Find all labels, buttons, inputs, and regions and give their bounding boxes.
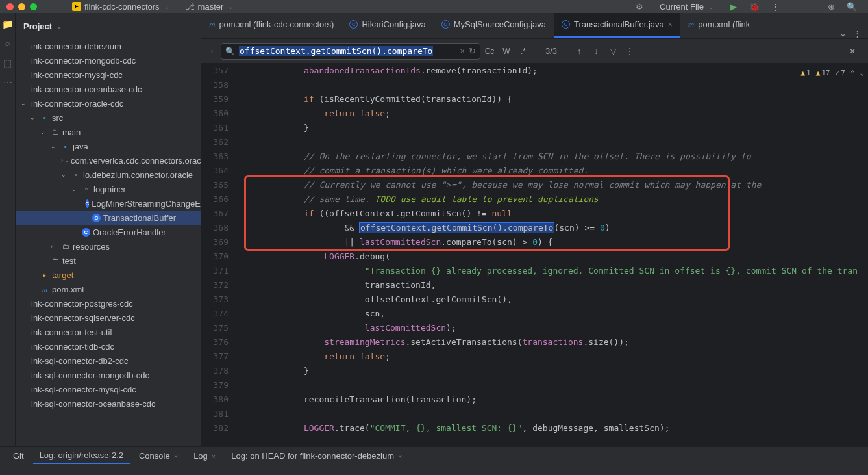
- tree-item[interactable]: ▸ target: [16, 268, 201, 282]
- close-icon[interactable]: ×: [174, 452, 178, 460]
- tree-item[interactable]: ink-connector-sqlserver-cdc: [16, 311, 201, 325]
- code-line[interactable]: LOGGER.trace("COMMIT, {}, smallest SCN: …: [243, 421, 868, 435]
- next-match-button[interactable]: ↓: [588, 44, 604, 59]
- tree-item[interactable]: ink-connector-debezium: [16, 39, 201, 53]
- code-line[interactable]: if ((offsetContext.getCommitScn() != nul…: [243, 207, 868, 221]
- history-icon[interactable]: ↻: [469, 46, 476, 56]
- tree-item[interactable]: ⌄ ink-connector-oracle-cdc: [16, 96, 201, 110]
- debug-icon[interactable]: 🐞: [749, 1, 760, 12]
- editor-tab[interactable]: CMySqlSourceConfig.java: [434, 13, 554, 38]
- code-line[interactable]: if (isRecentlyCommitted(transactionId)) …: [243, 92, 868, 107]
- code-line[interactable]: || lastCommittedScn.compareTo(scn) > 0) …: [243, 235, 868, 250]
- tab-more-icon[interactable]: ⋮: [853, 29, 862, 38]
- tab-list-icon[interactable]: ⌄: [839, 29, 847, 38]
- search-icon[interactable]: 🔍: [846, 1, 858, 12]
- git-branch-selector[interactable]: ⎇ master ⌄: [180, 1, 239, 13]
- find-close-button[interactable]: ✕: [845, 44, 860, 59]
- project-tool-icon[interactable]: 📁: [2, 18, 14, 30]
- match-case-button[interactable]: Cc: [482, 44, 497, 59]
- close-window-button[interactable]: [6, 3, 14, 10]
- tree-item[interactable]: ⌄▪ java: [16, 139, 201, 153]
- structure-tool-icon[interactable]: ⬚: [2, 57, 14, 69]
- tree-item[interactable]: C OracleErrorHandler: [16, 225, 201, 239]
- code-with-me-icon[interactable]: ⊕: [825, 1, 837, 12]
- tree-item[interactable]: C LogMinerStreamingChangeE: [16, 196, 201, 211]
- code-line[interactable]: LOGGER.debug(: [243, 250, 868, 264]
- project-panel-header[interactable]: Project ⌄: [16, 13, 201, 39]
- tree-item[interactable]: ⌄🗀 main: [16, 125, 201, 139]
- tree-item[interactable]: ink-connector-mongodb-cdc: [16, 53, 201, 68]
- whole-word-button[interactable]: W: [499, 44, 514, 59]
- close-icon[interactable]: ×: [398, 452, 402, 460]
- code-line[interactable]: abandonedTransactionIds.remove(transacti…: [243, 64, 868, 78]
- tree-item[interactable]: ink-connector-tidb-cdc: [16, 339, 201, 353]
- inspection-bar[interactable]: ▲1 ▲17 ✓7 ⌃ ⌄: [800, 66, 864, 81]
- code-line[interactable]: offsetContext.getCommitScn(),: [243, 292, 868, 307]
- tree-item[interactable]: ink-connector-test-util: [16, 325, 201, 339]
- code-line[interactable]: "Transaction {} already processed, ignor…: [243, 264, 868, 278]
- bottom-tab[interactable]: Console×: [132, 448, 184, 463]
- project-tree[interactable]: ink-connector-debezium ink-connector-mon…: [16, 39, 201, 446]
- close-icon[interactable]: ×: [212, 452, 216, 460]
- project-selector[interactable]: F flink-cdc-connectors ⌄: [67, 1, 175, 13]
- tree-item[interactable]: ink-sql-connector-oceanbase-cdc: [16, 396, 201, 411]
- tree-item[interactable]: ink-connector-postgres-cdc: [16, 296, 201, 311]
- editor-tab[interactable]: CHikariConfig.java: [341, 13, 433, 38]
- code-line[interactable]: return false;: [243, 107, 868, 121]
- tree-item[interactable]: 🗀 test: [16, 253, 201, 268]
- code-line[interactable]: [243, 407, 868, 421]
- find-expand-button[interactable]: ›: [204, 47, 219, 55]
- find-input[interactable]: offsetContext.getCommitScn().compareTo: [239, 46, 456, 56]
- minimize-window-button[interactable]: [18, 3, 25, 10]
- tree-item[interactable]: ⌄▫ io.debezium.connector.oracle: [16, 168, 201, 182]
- editor-tab[interactable]: mpom.xml (flink-cdc-connectors): [201, 13, 341, 38]
- code-line[interactable]: reconcileTransaction(transaction);: [243, 392, 868, 407]
- run-config-selector[interactable]: Current File ⌄: [654, 1, 719, 13]
- tree-item[interactable]: ›▫ com.ververica.cdc.connectors.orac: [16, 153, 201, 168]
- more-icon[interactable]: ⋮: [769, 1, 781, 12]
- commit-tool-icon[interactable]: ○: [2, 38, 14, 49]
- tree-item[interactable]: ⌄▪ src: [16, 110, 201, 125]
- inspect-down-icon[interactable]: ⌄: [860, 66, 864, 81]
- maximize-window-button[interactable]: [30, 3, 37, 10]
- code-line[interactable]: transactionId,: [243, 278, 868, 292]
- tree-item[interactable]: m pom.xml: [16, 282, 201, 296]
- bottom-tab[interactable]: Log: on HEAD for flink-connector-debeziu…: [225, 448, 408, 463]
- tree-item[interactable]: ⌄▫ logminer: [16, 182, 201, 196]
- tree-item[interactable]: ink-connector-oceanbase-cdc: [16, 82, 201, 96]
- bottom-tab[interactable]: Git: [6, 448, 31, 463]
- code-line[interactable]: // Currently we cannot use ">=", because…: [243, 178, 868, 192]
- editor-tab[interactable]: CTransactionalBuffer.java×: [554, 13, 680, 38]
- code-line[interactable]: && offsetContext.getCommitScn().compareT…: [243, 221, 868, 235]
- bottom-tab[interactable]: Log: origin/release-2.2: [33, 448, 130, 464]
- close-icon[interactable]: ×: [668, 20, 673, 29]
- bottom-tab[interactable]: Log×: [187, 448, 222, 463]
- run-icon[interactable]: ▶: [728, 1, 739, 12]
- code-line[interactable]: // same time. TODO use audit table to pr…: [243, 192, 868, 207]
- code-area[interactable]: ▲1 ▲17 ✓7 ⌃ ⌄ 35735835936036136236336436…: [201, 64, 868, 446]
- code-line[interactable]: [243, 78, 868, 92]
- code-line[interactable]: lastCommittedScn);: [243, 321, 868, 335]
- tree-item[interactable]: ›🗀 resources: [16, 239, 201, 253]
- tree-item[interactable]: ink-sql-connector-mongodb-cdc: [16, 368, 201, 382]
- tree-item[interactable]: ink-sql-connector-db2-cdc: [16, 353, 201, 368]
- more-tools-icon[interactable]: ⋯: [2, 77, 14, 88]
- tree-item[interactable]: C TransactionalBuffer: [16, 211, 201, 225]
- code-line[interactable]: // On the restarting connector, we start…: [243, 149, 868, 164]
- editor-tab[interactable]: mpom.xml (flink: [680, 13, 758, 38]
- code-line[interactable]: }: [243, 364, 868, 378]
- code-line[interactable]: // commit a transaction(s) which were al…: [243, 164, 868, 178]
- tree-item[interactable]: ink-connector-mysql-cdc: [16, 68, 201, 82]
- code-line[interactable]: [243, 135, 868, 149]
- code-line[interactable]: [243, 378, 868, 392]
- code-line[interactable]: streamingMetrics.setActiveTransactions(t…: [243, 335, 868, 350]
- code-line[interactable]: }: [243, 121, 868, 135]
- build-icon[interactable]: ⚙: [634, 1, 645, 12]
- inspect-up-icon[interactable]: ⌃: [850, 66, 855, 81]
- code-line[interactable]: return false;: [243, 350, 868, 364]
- regex-button[interactable]: .*: [515, 44, 531, 59]
- filter-button[interactable]: ▽: [605, 44, 621, 59]
- code-content[interactable]: abandonedTransactionIds.remove(transacti…: [238, 64, 868, 446]
- find-input-wrap[interactable]: 🔍 offsetContext.getCommitScn().compareTo…: [221, 43, 480, 60]
- prev-match-button[interactable]: ↑: [571, 44, 587, 59]
